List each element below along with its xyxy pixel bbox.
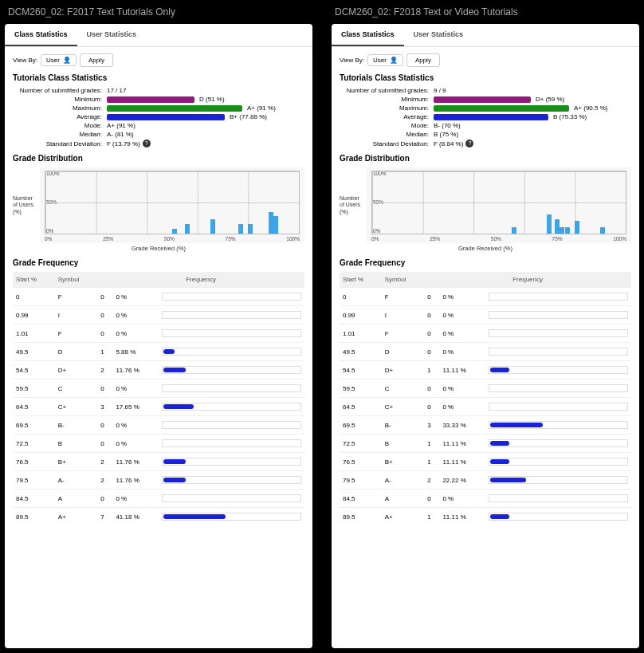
table-row: 0.99I00 % xyxy=(13,306,304,325)
cell-pct: 0 % xyxy=(439,288,485,306)
section-distribution: Grade Distribution xyxy=(340,154,631,163)
cell-pct: 41.18 % xyxy=(112,508,159,526)
stats-panel: Class Statistics User Statistics View By… xyxy=(5,24,312,648)
sd-value: F (8.84 %) xyxy=(434,140,463,148)
cell-bar xyxy=(485,435,631,453)
cell-symbol: B xyxy=(382,435,424,453)
cell-start: 64.5 xyxy=(340,398,382,416)
view-by-row: View By: User👤 Apply xyxy=(340,53,631,67)
cell-pct: 17.65 % xyxy=(112,398,159,416)
cell-symbol: A- xyxy=(382,471,424,490)
min-label: Minimum: xyxy=(340,96,434,103)
tab-user-statistics[interactable]: User Statistics xyxy=(404,24,473,46)
chart-bar xyxy=(210,219,215,234)
table-row: 76.5B+211.76 % xyxy=(13,453,304,471)
cell-pct: 0 % xyxy=(112,380,159,398)
section-frequency: Grade Frequency xyxy=(13,258,304,267)
cell-pct: 0 % xyxy=(439,306,485,325)
apply-button[interactable]: Apply xyxy=(80,53,113,67)
cell-start: 84.5 xyxy=(340,490,382,508)
cell-symbol: F xyxy=(382,288,424,306)
chart-bar xyxy=(565,227,570,234)
median-value: A- (81 %) xyxy=(107,131,134,138)
cell-pct: 0 % xyxy=(112,306,159,325)
table-row: 54.5D+111.11 % xyxy=(340,361,631,380)
max-label: Maximum: xyxy=(13,104,107,112)
viewby-select[interactable]: User👤 xyxy=(41,54,77,66)
tab-user-statistics[interactable]: User Statistics xyxy=(77,24,147,46)
table-row: 89.5A+111.11 % xyxy=(340,508,631,526)
cell-symbol: A xyxy=(382,490,424,508)
person-icon: 👤 xyxy=(390,57,398,64)
help-icon[interactable]: ? xyxy=(465,140,473,148)
viewby-label: View By: xyxy=(13,57,37,64)
cell-count: 2 xyxy=(97,361,112,380)
cell-count: 0 xyxy=(424,490,439,508)
cell-start: 1.01 xyxy=(13,325,55,343)
cell-start: 79.5 xyxy=(13,471,55,490)
cell-bar xyxy=(485,508,631,526)
apply-button[interactable]: Apply xyxy=(406,53,440,67)
cell-bar xyxy=(159,343,304,361)
cell-symbol: A+ xyxy=(382,508,424,526)
chart-bar xyxy=(512,227,516,234)
cell-start: 0.99 xyxy=(340,306,382,325)
section-frequency: Grade Frequency xyxy=(340,258,631,267)
frequency-table: Start % Symbol Frequency 0F00 %0.99I00 %… xyxy=(340,272,631,525)
table-row: 76.5B+111.11 % xyxy=(340,453,631,471)
table-row: 0.99I00 % xyxy=(340,306,631,325)
cell-bar xyxy=(159,398,304,416)
chart-wrap: Number of Users (%) 100%50%0% 0%25%50%75… xyxy=(13,167,304,243)
median-value: B (75 %) xyxy=(434,131,458,138)
help-icon[interactable]: ? xyxy=(143,140,151,148)
cell-pct: 33.33 % xyxy=(439,416,485,435)
cell-bar xyxy=(159,380,304,398)
x-ticks: 0%25%50%75%100% xyxy=(371,236,626,242)
cell-symbol: A+ xyxy=(55,508,97,526)
cell-start: 89.5 xyxy=(13,508,55,526)
chart-xlabel: Grade Received (%) xyxy=(340,245,631,252)
cell-pct: 11.76 % xyxy=(112,471,159,490)
table-row: 69.5B-00 % xyxy=(13,416,304,435)
cell-count: 0 xyxy=(424,398,439,416)
viewby-label: View By: xyxy=(340,57,364,64)
cell-count: 2 xyxy=(97,471,112,490)
chart-bar xyxy=(172,229,177,234)
cell-count: 1 xyxy=(97,343,112,361)
min-grade: D+ (59 %) xyxy=(536,96,564,103)
section-class-stats: Tutorials Class Statistics xyxy=(340,73,631,82)
viewby-select[interactable]: User👤 xyxy=(367,54,403,66)
cell-start: 49.5 xyxy=(340,343,382,361)
tab-class-statistics[interactable]: Class Statistics xyxy=(332,24,404,46)
cell-symbol: F xyxy=(382,325,424,343)
th-frequency: Frequency xyxy=(424,272,631,288)
max-label: Maximum: xyxy=(340,104,434,112)
stats-panel: Class Statistics User Statistics View By… xyxy=(332,24,639,648)
person-icon: 👤 xyxy=(63,57,71,64)
cell-symbol: A xyxy=(55,490,97,508)
tab-class-statistics[interactable]: Class Statistics xyxy=(5,24,77,46)
cell-count: 7 xyxy=(97,508,112,526)
avg-label: Average: xyxy=(340,113,434,120)
cell-pct: 5.88 % xyxy=(112,343,159,361)
chart-bar xyxy=(248,224,253,234)
cell-count: 0 xyxy=(424,325,439,343)
cell-bar xyxy=(485,471,631,490)
cell-start: 76.5 xyxy=(13,453,55,471)
table-row: 79.5A-222.22 % xyxy=(340,471,631,490)
table-row: 54.5D+211.76 % xyxy=(13,361,304,380)
viewby-value: User xyxy=(46,57,60,64)
cell-start: 79.5 xyxy=(340,471,382,490)
frequency-tbody: 0F00 %0.99I00 %1.01F00 %49.5D00 %54.5D+1… xyxy=(340,288,631,526)
cell-pct: 11.11 % xyxy=(439,453,485,471)
panel-title: DCM260_02: F2018 Text or Video Tutorials xyxy=(335,6,639,18)
cell-start: 69.5 xyxy=(13,416,55,435)
cell-bar xyxy=(159,325,304,343)
th-symbol: Symbol xyxy=(382,272,424,288)
cell-bar xyxy=(159,471,304,490)
cell-bar xyxy=(485,325,631,343)
cell-symbol: D+ xyxy=(382,361,424,380)
avg-bar xyxy=(434,114,548,120)
frequency-table: Start % Symbol Frequency 0F00 %0.99I00 %… xyxy=(13,272,304,525)
cell-count: 3 xyxy=(97,398,112,416)
